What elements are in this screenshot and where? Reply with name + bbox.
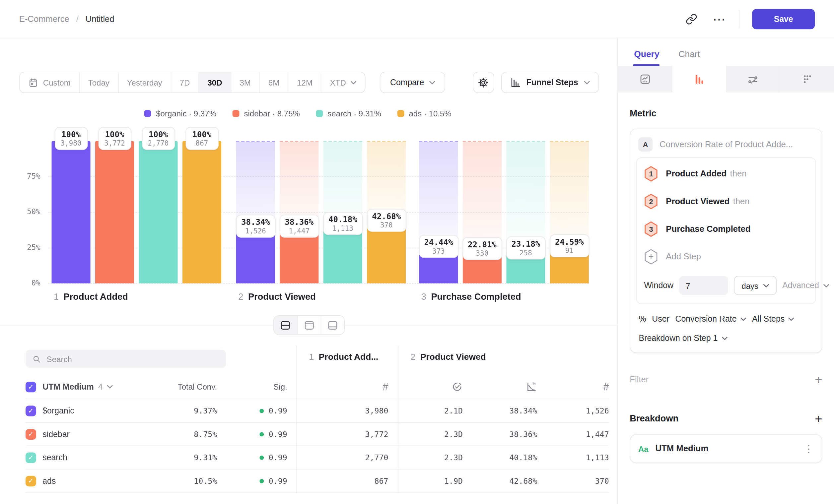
add-step-label: Add Step (666, 252, 701, 261)
window-value-input[interactable] (679, 276, 728, 295)
step2-rate: 38.36% (463, 430, 537, 438)
bar-value-label: 42.68%370 (367, 209, 406, 231)
column-group-step2: 2 Product Viewed (411, 352, 486, 362)
sig-value: 0.99 (217, 430, 287, 438)
time-to-convert-icon[interactable] (398, 381, 463, 393)
table-row-organic[interactable]: ✓$organic9.37%0.993,9802.1D38.34%1,526 (25, 399, 609, 423)
add-step-button[interactable]: + Add Step (637, 243, 815, 271)
row-checkbox[interactable]: ✓ (25, 476, 36, 486)
step-name: Product Add... (319, 352, 378, 362)
breadcrumb-project[interactable]: E-Commerce (19, 14, 69, 24)
dimension-selector[interactable]: UTM Medium 4 (42, 382, 137, 392)
range-7d[interactable]: 7D (171, 72, 198, 92)
breadcrumb-title[interactable]: Untitled (86, 14, 114, 24)
settings-button[interactable] (473, 72, 494, 93)
measure-actor[interactable]: User (652, 314, 669, 324)
link-icon[interactable] (683, 10, 700, 27)
tab-flows[interactable] (726, 66, 781, 92)
add-breakdown-button[interactable]: + (815, 412, 822, 425)
tab-retention[interactable] (780, 66, 834, 92)
tab-funnels[interactable] (673, 66, 726, 92)
metric-step-3[interactable]: 3Purchase Completed (637, 215, 815, 243)
ghost-bar (463, 141, 502, 251)
range-today[interactable]: Today (79, 72, 118, 92)
total-conv-header[interactable]: Total Conv. (137, 382, 217, 391)
legend-label: search · 9.31% (327, 109, 381, 118)
layout-chart-only-button[interactable] (297, 316, 321, 334)
legend-item-sidebar[interactable]: sidebar · 8.75% (232, 109, 300, 118)
conv-rate-column-icon[interactable]: % (463, 381, 537, 393)
row-checkbox[interactable]: ✓ (25, 429, 36, 439)
date-range-control: CustomTodayYesterday7D30D3M6M12MXTD (19, 72, 366, 93)
step-event-name: Purchase Completed (666, 225, 750, 233)
breakdown-on-select[interactable]: Breakdown on Step 1 (630, 328, 822, 352)
funnel-bar-step1-sidebar[interactable] (95, 141, 134, 283)
window-unit-select[interactable]: days (734, 276, 776, 295)
compare-button[interactable]: Compare (380, 72, 445, 93)
chart-type-selector[interactable]: Funnel Steps (501, 72, 599, 93)
select-all-checkbox[interactable]: ✓ (25, 381, 36, 392)
legend-swatch (397, 110, 404, 117)
metric-step-1[interactable]: 1Product Added then (637, 160, 815, 188)
dimension-count: 4 (98, 382, 103, 392)
filter-section: Filter + (630, 373, 822, 386)
tab-query[interactable]: Query (634, 49, 659, 66)
step1-count: 867 (296, 477, 388, 485)
step-name: Product Viewed (420, 352, 486, 362)
more-menu-icon[interactable]: ⋯ (712, 13, 726, 25)
legend-label: ads · 10.5% (409, 109, 451, 118)
total-conv-value: 9.37% (137, 407, 217, 415)
step-hexagon-badge: 2 (644, 193, 658, 210)
range-yesterday[interactable]: Yesterday (118, 72, 171, 92)
range-xtd[interactable]: XTD (321, 72, 365, 92)
range-3m[interactable]: 3M (231, 72, 259, 92)
range-custom[interactable]: Custom (20, 72, 79, 92)
step-hexagon-badge: 3 (644, 221, 658, 237)
count-column-icon[interactable]: # (382, 381, 388, 393)
range-6m[interactable]: 6M (259, 72, 288, 92)
range-30d[interactable]: 30D (198, 72, 231, 92)
funnel-bar-step1-organic[interactable] (52, 141, 91, 283)
metric-title: Conversion Rate of Product Adde... (659, 140, 793, 149)
funnel-bar-step2-ads[interactable] (367, 223, 406, 283)
metric-step-2[interactable]: 2Product Viewed then (637, 188, 815, 215)
breakdown-item-card[interactable]: Aa UTM Medium ⋮ (630, 434, 822, 463)
bar-value-label: 22.81%330 (462, 237, 502, 260)
legend-item-ads[interactable]: ads · 10.5% (397, 109, 452, 118)
tab-chart[interactable]: Chart (678, 49, 700, 66)
row-label: search (42, 453, 137, 462)
table-row-sidebar[interactable]: ✓sidebar8.75%0.993,7722.3D38.36%1,447 (25, 423, 609, 446)
row-checkbox[interactable]: ✓ (25, 452, 36, 463)
tab-insights[interactable] (618, 66, 673, 92)
ghost-bar (419, 141, 458, 249)
add-filter-button[interactable]: + (815, 373, 822, 386)
table-row-ads[interactable]: ✓ads10.5%0.998671.9D42.68%370 (25, 469, 609, 493)
table-row-search[interactable]: ✓search9.31%0.992,7702.3D40.18%1,113 (25, 446, 609, 469)
sig-dot (260, 455, 264, 460)
legend-item-search[interactable]: search · 9.31% (316, 109, 381, 118)
table-search[interactable] (25, 350, 226, 368)
measure-scope-select[interactable]: All Steps (752, 314, 794, 324)
measure-metric-select[interactable]: Conversion Rate (675, 314, 746, 324)
search-input[interactable] (47, 354, 219, 363)
step2-count: 1,447 (537, 430, 609, 438)
funnel-bar-step1-search[interactable] (139, 141, 177, 283)
save-button[interactable]: Save (752, 8, 815, 29)
layout-split-button[interactable] (274, 316, 297, 334)
funnel-bar-step1-ads[interactable] (182, 141, 221, 283)
row-checkbox[interactable]: ✓ (25, 406, 36, 416)
chevron-down-icon (763, 283, 769, 287)
sig-value: 0.99 (217, 477, 287, 485)
legend-item-organic[interactable]: $organic · 9.37% (144, 109, 216, 118)
range-12m[interactable]: 12M (288, 72, 321, 92)
count-column-icon[interactable]: # (603, 381, 609, 393)
layout-table-only-button[interactable] (321, 316, 344, 334)
y-axis-tick: 50% (15, 207, 41, 216)
bar-value-label: 24.44%373 (419, 235, 458, 258)
advanced-toggle[interactable]: Advanced (782, 281, 829, 291)
metric-title-row[interactable]: A Conversion Rate of Product Adde... (630, 129, 822, 158)
legend-label: sidebar · 8.75% (244, 109, 300, 118)
sig-header[interactable]: Sig. (217, 382, 287, 391)
sig-dot (260, 432, 264, 436)
kebab-menu-icon[interactable]: ⋮ (804, 443, 814, 455)
